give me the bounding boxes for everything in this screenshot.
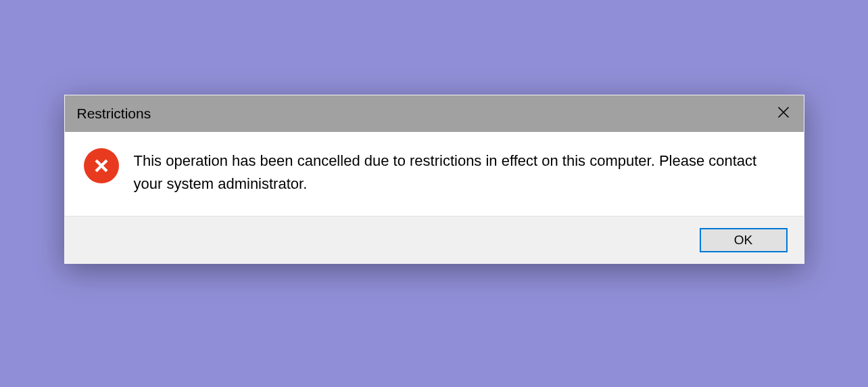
error-icon-container (84, 148, 119, 183)
restrictions-dialog: Restrictions This operation has been can… (64, 95, 804, 264)
error-icon (84, 148, 119, 183)
ok-button[interactable]: OK (700, 228, 788, 252)
dialog-footer: OK (65, 216, 804, 263)
close-button[interactable] (775, 106, 792, 122)
dialog-title: Restrictions (77, 106, 151, 122)
dialog-message: This operation has been cancelled due to… (134, 147, 785, 196)
titlebar: Restrictions (65, 95, 804, 132)
dialog-body: This operation has been cancelled due to… (65, 132, 804, 216)
close-icon (777, 106, 790, 121)
